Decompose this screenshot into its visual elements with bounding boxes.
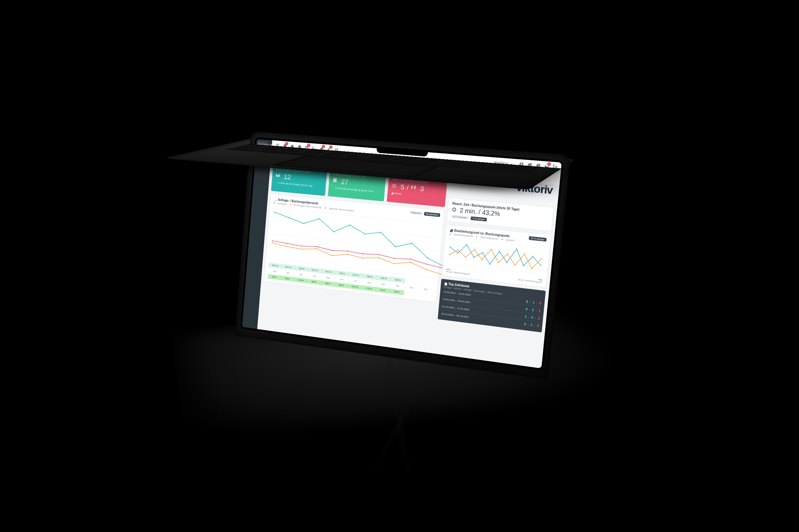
svg-point-34 [331, 250, 333, 251]
kpi-footer: Details [394, 192, 402, 195]
kpi-value-a: 5 [400, 183, 405, 191]
svg-point-20 [301, 249, 303, 250]
svg-point-64 [491, 249, 492, 250]
band-cell: Jul [348, 278, 362, 284]
band-cell: Dez [419, 286, 434, 292]
svg-point-15 [411, 243, 413, 244]
band-cell [405, 279, 419, 285]
band-cell: Jan [268, 268, 282, 274]
svg-point-19 [286, 246, 287, 247]
band-cell: 890 € [307, 279, 321, 285]
band-cell: 85,5 % [349, 272, 363, 278]
timer-icon [392, 183, 399, 190]
calendar-icon [332, 177, 339, 185]
trend-icon [274, 198, 277, 201]
svg-point-25 [378, 257, 379, 258]
laptop: MÜRITZ.DE CONTROLLING Dashboard 3214 [237, 135, 576, 366]
svg-point-32 [302, 245, 303, 247]
svg-point-18 [272, 242, 272, 244]
band-cell: 93,3 % [308, 267, 322, 273]
info-icon [391, 192, 394, 195]
band-cell: 1 259 € [294, 277, 308, 283]
chart-panel-main: Teilansicht Monatsdaten Anfrage- / Buchu… [264, 194, 444, 303]
clock-icon [450, 228, 453, 232]
svg-point-37 [378, 254, 380, 255]
band-cell: 83,3 % [268, 263, 282, 268]
svg-point-23 [347, 253, 348, 255]
svg-point-38 [394, 258, 395, 259]
trend-icon [332, 186, 334, 189]
band-cell: 448,5 € [348, 283, 362, 290]
svg-point-51 [482, 252, 483, 253]
svg-point-53 [499, 251, 500, 252]
band-cell: Apr [308, 273, 322, 279]
svg-point-60 [457, 249, 459, 251]
band-cell [418, 292, 433, 299]
arrows-icon [411, 184, 418, 192]
svg-point-70 [541, 258, 542, 260]
top-zeitraeume-panel: Top Zeiträume 30 Tage · Zeitraum · Anfra… [438, 279, 546, 332]
svg-point-39 [410, 259, 411, 260]
reach-foot-a: Ø 2,9 Stunden [451, 214, 469, 220]
reach-foot-b: 3 % weniger [471, 216, 487, 222]
svg-point-26 [394, 263, 395, 264]
svg-point-6 [274, 211, 275, 213]
band-cell: Feb [281, 270, 295, 276]
band-cell: 1 192 € [362, 285, 376, 291]
svg-point-30 [272, 240, 273, 241]
band-cell: 100 % [391, 277, 405, 283]
svg-point-8 [303, 223, 305, 224]
svg-point-36 [363, 253, 364, 254]
band-cell: 319 € [376, 287, 390, 293]
chart-panel-small: 10 % weniger Bearbeitungszeit vs. Buchun… [442, 224, 551, 287]
mail-icon [275, 172, 282, 179]
band-cell: 88,2 % [282, 264, 295, 270]
svg-line-2 [274, 221, 446, 239]
mockup-scene: MÜRITZ.DE CONTROLLING Dashboard 3214 [0, 0, 799, 532]
band-cell: 100 % [335, 270, 349, 277]
band-cell: Sep [376, 281, 391, 287]
svg-point-7 [289, 217, 290, 218]
band-cell: Mai [321, 274, 335, 281]
toggle-teilansicht[interactable]: Teilansicht [409, 210, 423, 215]
svg-point-22 [331, 255, 332, 256]
trend-icon [275, 181, 277, 184]
band-cell: Mrz [294, 271, 308, 278]
calendar-icon [444, 282, 447, 285]
zeitraum-range: 18.10.2024 – 30.10.2024 [441, 312, 469, 318]
band-cell [419, 280, 434, 287]
band-cell: 204 € [389, 289, 404, 295]
svg-point-21 [316, 248, 318, 249]
svg-point-9 [319, 218, 320, 219]
content: viktoriv Neue Anfragen heute / im Postfa… [257, 161, 559, 368]
svg-point-62 [474, 249, 475, 250]
band-cell [404, 290, 419, 297]
timer-icon [452, 206, 458, 213]
band-cell: Jun [334, 276, 349, 282]
svg-point-49 [466, 244, 468, 245]
svg-point-68 [524, 253, 525, 255]
band-cell: 100 % [377, 275, 391, 281]
kpi-value: 12 [284, 172, 291, 181]
band-cell: 983 € [280, 276, 294, 282]
kpi-value: 27 [341, 177, 349, 186]
left-column: Neue Anfragen heute / im Postfach 12 4 m… [260, 165, 448, 350]
band-cell: 100 % [363, 273, 377, 280]
svg-point-28 [425, 269, 426, 270]
svg-point-24 [362, 257, 363, 259]
svg-point-57 [532, 256, 533, 257]
svg-point-33 [316, 246, 318, 247]
svg-point-47 [450, 246, 451, 248]
band-cell: Aug [362, 280, 377, 286]
svg-line-43 [450, 245, 542, 255]
svg-point-35 [347, 250, 348, 252]
band-cell: 843 € [334, 282, 348, 288]
svg-point-59 [449, 254, 450, 255]
svg-point-11 [349, 224, 350, 226]
kpi-value-b: 3 [420, 185, 424, 193]
band-cell: 100 % [295, 265, 309, 272]
band-cell: 598 € [321, 280, 334, 287]
band-cell: 225 € [268, 274, 281, 280]
svg-point-55 [516, 248, 517, 249]
band-cell: Okt [390, 283, 405, 289]
